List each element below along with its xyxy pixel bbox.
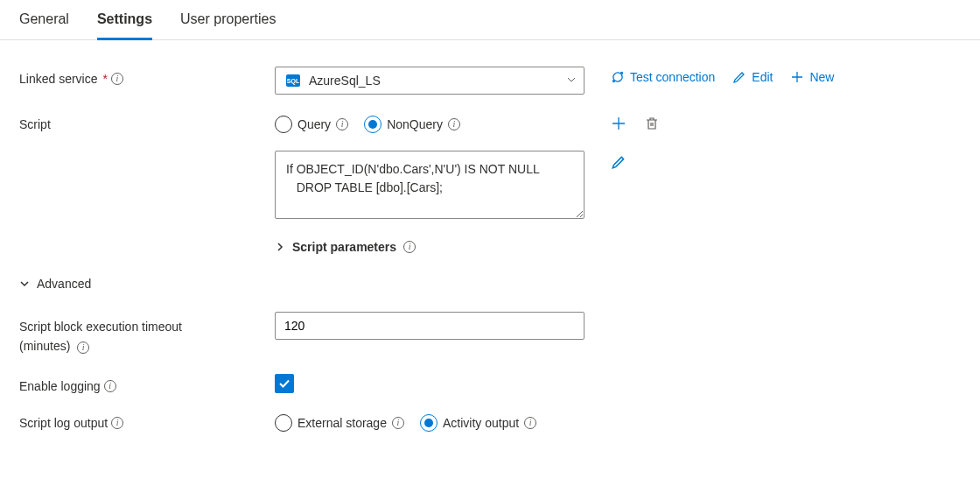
new-button[interactable]: New [790, 70, 834, 84]
enable-logging-label: Enable logging i [19, 374, 275, 393]
info-icon[interactable]: i [448, 118, 460, 130]
edit-button[interactable]: Edit [732, 70, 773, 84]
timeout-input[interactable] [275, 312, 584, 340]
add-script-button[interactable] [611, 116, 626, 131]
script-parameters-expander[interactable]: Script parameters i [275, 236, 584, 254]
radio-query[interactable]: Query i [275, 116, 348, 133]
delete-script-button[interactable] [644, 116, 660, 131]
info-icon[interactable]: i [336, 118, 348, 130]
info-icon[interactable]: i [111, 417, 123, 429]
info-icon[interactable]: i [403, 241, 416, 253]
info-icon[interactable]: i [77, 342, 89, 354]
linked-service-select[interactable]: SQL AzureSql_LS [275, 67, 584, 95]
info-icon[interactable]: i [111, 73, 123, 85]
advanced-expander[interactable]: Advanced [19, 277, 961, 291]
svg-point-0 [613, 81, 615, 82]
edit-script-button[interactable] [611, 154, 626, 170]
info-icon[interactable]: i [524, 417, 536, 429]
radio-external-storage[interactable]: External storage i [275, 414, 404, 432]
chevron-down-icon [566, 74, 577, 88]
timeout-label: Script block execution timeout (minutes)… [19, 312, 275, 356]
tab-general[interactable]: General [19, 11, 69, 40]
info-icon[interactable]: i [104, 380, 116, 392]
radio-nonquery[interactable]: NonQuery i [364, 116, 460, 133]
svg-point-1 [621, 73, 623, 74]
linked-service-value: AzureSql_LS [309, 74, 557, 88]
test-connection-button[interactable]: Test connection [611, 70, 715, 84]
radio-activity-output[interactable]: Activity output i [420, 414, 536, 432]
tab-settings[interactable]: Settings [97, 11, 152, 40]
script-label: Script [19, 112, 275, 131]
info-icon[interactable]: i [392, 417, 404, 429]
required-indicator: * [103, 72, 108, 86]
tab-user-properties[interactable]: User properties [180, 11, 276, 40]
script-textarea[interactable]: If OBJECT_ID(N'dbo.Cars',N'U') IS NOT NU… [275, 151, 584, 219]
enable-logging-checkbox[interactable] [275, 374, 294, 393]
linked-service-label: Linked service * i [19, 67, 275, 86]
log-output-label: Script log output i [19, 411, 275, 430]
tab-bar: General Settings User properties [0, 0, 980, 40]
sql-icon: SQL [286, 74, 300, 87]
